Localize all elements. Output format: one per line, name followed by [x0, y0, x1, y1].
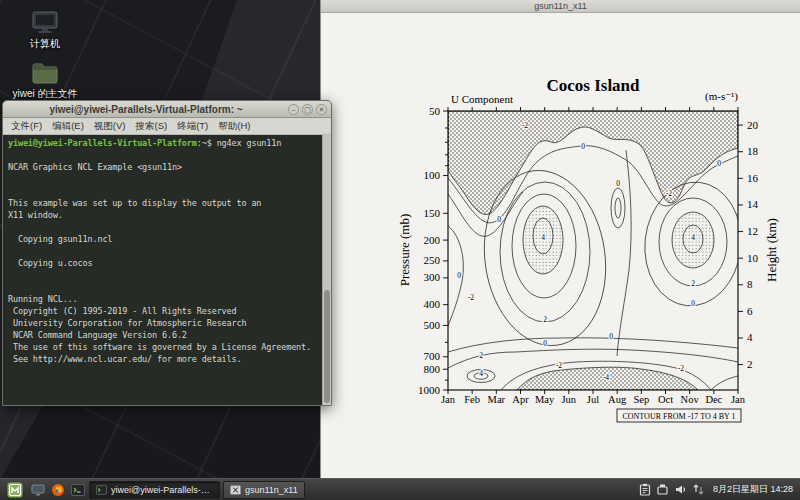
height-tick-label: 4: [747, 331, 753, 343]
contour-field: [448, 111, 747, 390]
terminal-output-line-3: [8, 186, 319, 198]
task-label: gsun11n_x11: [245, 485, 298, 495]
contour-value-label: -4: [603, 373, 609, 382]
contour-value-label: 0: [497, 215, 501, 224]
pressure-tick-label: 150: [424, 207, 441, 219]
terminal-output: NCAR Graphics NCL Example <gsun11n>This …: [8, 150, 319, 366]
month-tick-label: Feb: [464, 394, 480, 405]
taskbar: yiwei@yiwei-Parallels-Vir... gsun11n_x11: [0, 478, 800, 500]
month-tick-label: Jun: [562, 394, 577, 405]
terminal-window: yiwei@yiwei-Parallels-Virtual-Platform: …: [2, 100, 332, 406]
contour-value-label: 4: [691, 233, 695, 242]
terminal-body[interactable]: yiwei@yiwei-Parallels-Virtual-Platform:~…: [3, 135, 331, 405]
terminal-output-line-5: X11 window.: [8, 210, 319, 222]
month-tick-label: Aug: [608, 394, 627, 405]
terminal-output-line-4: This example was set up to display the o…: [8, 198, 319, 210]
x11-titlebar[interactable]: gsun11n_x11: [321, 0, 800, 13]
terminal-menu-item-2[interactable]: 视图(V): [89, 118, 131, 134]
terminal-menu-item-0[interactable]: 文件(F): [6, 118, 47, 134]
height-tick-label: 8: [747, 278, 753, 290]
x11-window-title: gsun11n_x11: [534, 1, 587, 11]
height-tick-label: 16: [747, 172, 759, 184]
terminal-menu-item-3[interactable]: 搜索(S): [130, 118, 172, 134]
terminal-output-line-15: NCAR Command Language Version 6.6.2: [8, 330, 319, 342]
y-axis-left-title: Pressure (mb): [397, 214, 412, 287]
month-tick-label: Jan: [441, 394, 456, 405]
terminal-scrollbar[interactable]: [322, 135, 331, 405]
contour-value-label: 4: [541, 233, 545, 242]
pressure-tick-label: 1000: [418, 384, 441, 396]
pressure-tick-label: 500: [424, 319, 441, 331]
height-tick-label: 18: [747, 145, 759, 157]
month-tick-label: Dec: [705, 394, 722, 405]
prompt-user-host: yiwei@yiwei-Parallels-Virtual-Platform: [8, 138, 197, 148]
contour-value-label: -2: [468, 293, 474, 302]
network-tray-icon[interactable]: [692, 483, 705, 496]
month-tick-label: Apr: [512, 394, 529, 405]
month-tick-label: Nov: [681, 394, 700, 405]
pressure-tick-label: 200: [424, 234, 441, 246]
terminal-command: ng4ex gsun11n: [212, 138, 282, 148]
volume-tray-icon[interactable]: [674, 483, 687, 496]
height-tick-label: 2: [747, 358, 753, 370]
month-tick-label: Mar: [488, 394, 506, 405]
contour-value-label: -2: [678, 364, 684, 373]
height-tick-label: 12: [747, 225, 758, 237]
removable-drive-tray-icon[interactable]: [656, 483, 669, 496]
terminal-menubar: 文件(F)编辑(E)视图(V)搜索(S)终端(T)帮助(H): [3, 118, 331, 135]
terminal-output-line-12: Running NCL...: [8, 294, 319, 306]
clipboard-tray-icon[interactable]: [639, 483, 651, 496]
height-tick-label: 14: [747, 198, 759, 210]
pressure-tick-label: 250: [424, 254, 441, 266]
mint-menu-button[interactable]: [4, 481, 26, 499]
terminal-menu-item-5[interactable]: 帮助(H): [213, 118, 255, 134]
terminal-output-line-9: Copying u.cocos: [8, 258, 319, 270]
terminal-icon: [71, 484, 85, 496]
pressure-tick-label: 50: [429, 105, 441, 117]
plot-series-label: U Component: [451, 93, 513, 105]
desktop-icon-computer[interactable]: 计算机: [10, 10, 80, 49]
height-tick-label: 6: [747, 305, 753, 317]
terminal-output-line-13: Copyright (C) 1995-2019 - All Rights Res…: [8, 306, 319, 318]
system-tray: [639, 483, 705, 496]
contour-plot: Cocos Island U Component (m-s⁻¹) Pressur…: [321, 13, 800, 478]
height-tick-label: 10: [747, 252, 759, 264]
contour-value-label: 2: [543, 315, 547, 324]
pressure-tick-label: 400: [424, 298, 441, 310]
terminal-titlebar[interactable]: yiwei@yiwei-Parallels-Virtual-Platform: …: [3, 101, 331, 118]
launcher-terminal[interactable]: [69, 481, 86, 498]
terminal-menu-item-4[interactable]: 终端(T): [172, 118, 213, 134]
x11-app-icon: [230, 485, 241, 495]
terminal-title: yiwei@yiwei-Parallels-Virtual-Platform: …: [7, 104, 285, 115]
maximize-button[interactable]: ▢: [302, 104, 313, 115]
x11-window: Cocos Island U Component (m-s⁻¹) Pressur…: [320, 0, 800, 478]
close-button[interactable]: ✕: [316, 104, 327, 115]
pressure-tick-label: 700: [424, 350, 441, 362]
contour-value-label: 2: [479, 351, 483, 360]
desktop: 计算机 yiwei 的主文件夹 Cocos Island U: [0, 0, 800, 500]
mint-logo-icon: [7, 482, 23, 498]
terminal-output-line-8: [8, 246, 319, 258]
taskbar-clock[interactable]: 8月2日星期日 14:28: [708, 483, 796, 496]
terminal-output-line-16: The use of this software is governed by …: [8, 342, 319, 354]
minimize-button[interactable]: –: [288, 104, 299, 115]
month-tick-label: Oct: [658, 394, 673, 405]
launcher-show-desktop[interactable]: [29, 481, 46, 498]
contour-note: CONTOUR FROM -17 TO 4 BY 1: [622, 412, 735, 421]
contour-value-label: 2: [691, 279, 695, 288]
taskbar-window-gsun11n[interactable]: gsun11n_x11: [223, 481, 305, 499]
month-tick-label: Jul: [587, 394, 599, 405]
y-axis-height: 2468101214161820: [738, 119, 759, 370]
launcher-firefox[interactable]: [49, 481, 66, 498]
taskbar-window-terminal[interactable]: yiwei@yiwei-Parallels-Vir...: [89, 481, 220, 499]
terminal-output-line-2: [8, 174, 319, 186]
contour-value-label: 4: [479, 369, 483, 378]
plot-title: Cocos Island: [546, 76, 640, 95]
plot-units-label: (m-s⁻¹): [705, 90, 738, 103]
y-axis-pressure: 501001502002503004005007008001000: [418, 105, 448, 396]
terminal-output-line-11: [8, 282, 319, 294]
contour-value-label: 0: [581, 142, 585, 151]
scrollbar-thumb[interactable]: [324, 290, 330, 403]
terminal-menu-item-1[interactable]: 编辑(E): [47, 118, 89, 134]
y-axis-right-title: Height (km): [764, 218, 779, 282]
